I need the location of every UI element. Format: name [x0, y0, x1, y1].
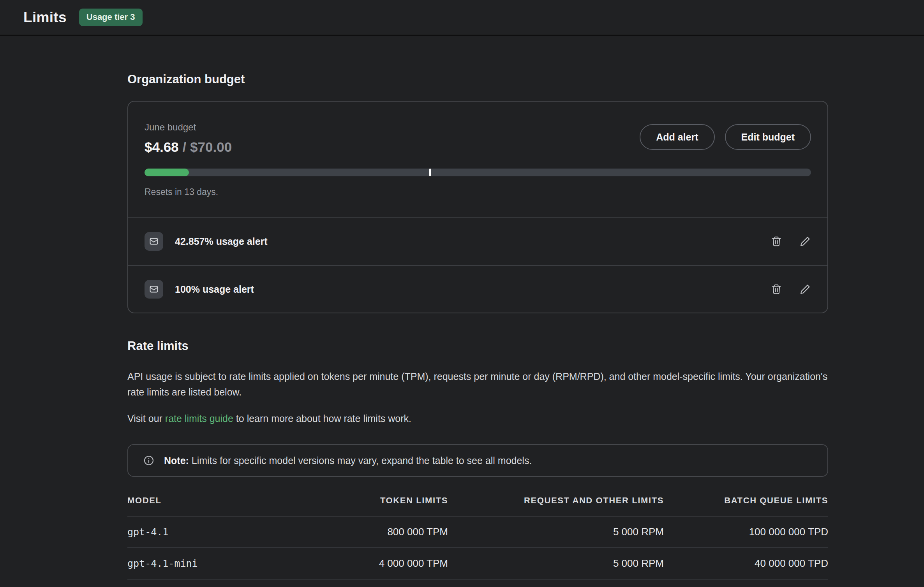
- delete-alert-button[interactable]: [771, 236, 782, 247]
- pencil-icon: [799, 283, 811, 295]
- budget-amount: $4.68/ $70.00: [145, 139, 232, 155]
- top-bar: Limits Usage tier 3: [0, 0, 924, 36]
- request-limit-value: 5 000 RPM: [448, 548, 664, 579]
- rate-limits-heading: Rate limits: [127, 339, 828, 353]
- model-name: gpt-4.1-mini: [127, 548, 283, 579]
- usage-alert-row: 100% usage alert: [128, 265, 827, 313]
- alert-actions: [771, 236, 811, 247]
- usage-tier-badge: Usage tier 3: [79, 9, 143, 26]
- edit-alert-button[interactable]: [799, 236, 811, 247]
- edit-alert-button[interactable]: [799, 283, 811, 295]
- rate-limits-description: API usage is subject to rate limits appl…: [127, 369, 828, 400]
- rate-limits-guide-line: Visit our rate limits guide to learn mor…: [127, 411, 828, 426]
- usage-alert-label: 42.857% usage alert: [175, 236, 771, 247]
- column-header-token-limits: TOKEN LIMITS: [283, 477, 448, 516]
- token-limit-value: 4 000 000 TPM: [283, 548, 448, 579]
- column-header-model: MODEL: [127, 477, 283, 516]
- rate-limits-section: Rate limits API usage is subject to rate…: [127, 339, 828, 587]
- edit-budget-button[interactable]: Edit budget: [725, 124, 811, 150]
- budget-used-amount: $4.68: [145, 139, 179, 155]
- budget-summary: June budget $4.68/ $70.00 Add alert Edit…: [128, 102, 827, 218]
- request-limit-value: 5 000 RPM: [448, 579, 664, 587]
- column-header-batch-limits: BATCH QUEUE LIMITS: [664, 477, 828, 516]
- organization-budget-heading: Organization budget: [127, 72, 828, 86]
- visit-prefix: Visit our: [127, 413, 165, 424]
- budget-amounts: June budget $4.68/ $70.00: [145, 122, 232, 155]
- token-limit-value: 800 000 TPM: [283, 516, 448, 548]
- table-row: gpt-4.1 800 000 TPM 5 000 RPM 100 000 00…: [127, 516, 828, 548]
- mail-icon: [145, 280, 163, 299]
- budget-resets-text: Resets in 13 days.: [145, 186, 811, 197]
- batch-limit-value: 100 000 000 TPD: [664, 516, 828, 548]
- table-row: gpt-4.1-nano 4 000 000 TPM 5 000 RPM 40 …: [127, 579, 828, 587]
- budget-actions: Add alert Edit budget: [640, 124, 811, 150]
- budget-progress-fill: [145, 169, 189, 176]
- note-label: Note:: [164, 455, 189, 466]
- budget-period-label: June budget: [145, 122, 232, 133]
- trash-icon: [771, 283, 782, 295]
- page-title: Limits: [23, 9, 67, 26]
- batch-limit-value: 40 000 000 TPD: [664, 548, 828, 579]
- batch-limit-value: 40 000 000 TPD: [664, 579, 828, 587]
- note-text: Note: Limits for specific model versions…: [164, 455, 532, 466]
- add-alert-button[interactable]: Add alert: [640, 124, 714, 150]
- note-banner: Note: Limits for specific model versions…: [127, 444, 828, 477]
- budget-progress-bar: [145, 169, 811, 176]
- pencil-icon: [799, 236, 811, 247]
- alert-actions: [771, 283, 811, 295]
- rate-limits-guide-link[interactable]: rate limits guide: [165, 413, 233, 424]
- main-content: Organization budget June budget $4.68/ $…: [127, 36, 828, 587]
- request-limit-value: 5 000 RPM: [448, 516, 664, 548]
- info-icon: [143, 455, 155, 466]
- mail-icon: [145, 232, 163, 251]
- visit-suffix: to learn more about how rate limits work…: [233, 413, 411, 424]
- model-name: gpt-4.1: [127, 516, 283, 548]
- model-name: gpt-4.1-nano: [127, 579, 283, 587]
- usage-alert-label: 100% usage alert: [175, 284, 771, 295]
- budget-progress-marker: [429, 169, 431, 176]
- usage-alert-row: 42.857% usage alert: [128, 218, 827, 265]
- table-row: gpt-4.1-mini 4 000 000 TPM 5 000 RPM 40 …: [127, 548, 828, 579]
- column-header-request-limits: REQUEST AND OTHER LIMITS: [448, 477, 664, 516]
- budget-card: June budget $4.68/ $70.00 Add alert Edit…: [127, 101, 828, 313]
- token-limit-value: 4 000 000 TPM: [283, 579, 448, 587]
- delete-alert-button[interactable]: [771, 283, 782, 295]
- trash-icon: [771, 236, 782, 247]
- rate-limits-table: MODEL TOKEN LIMITS REQUEST AND OTHER LIM…: [127, 477, 828, 587]
- budget-total-amount: / $70.00: [183, 139, 232, 155]
- table-header-row: MODEL TOKEN LIMITS REQUEST AND OTHER LIM…: [127, 477, 828, 516]
